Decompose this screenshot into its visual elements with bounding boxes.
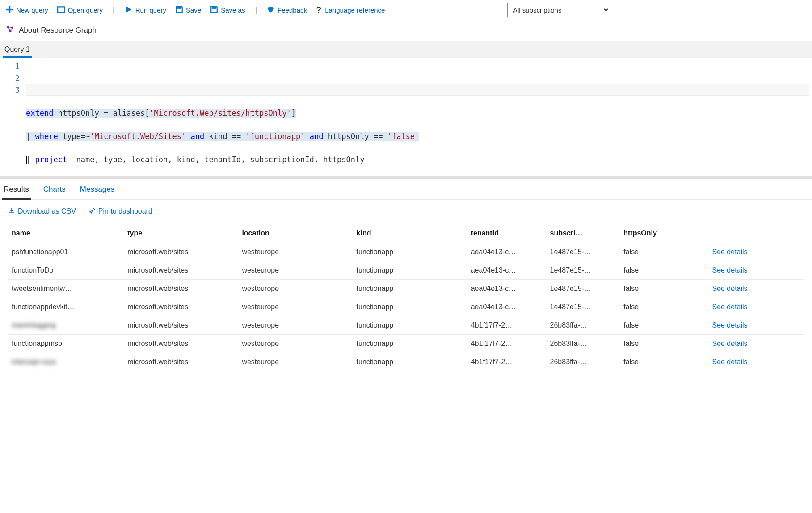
col-kind[interactable]: kind [353,224,467,243]
cell-type: microsoft.web/sites [124,243,238,261]
cell-details: See details [708,316,804,335]
open-query-label: Open query [68,6,103,14]
cell-httpsOnly: false [620,316,708,335]
query-tab-bar: Query 1 [0,41,812,58]
toolbar: New query Open query | Run query Save Sa… [0,0,812,20]
language-reference-group: ? Language reference [316,5,385,15]
language-reference-link[interactable]: Language reference [325,6,385,14]
see-details-link[interactable]: See details [712,248,747,256]
heart-icon [267,5,275,15]
run-query-label: Run query [135,6,166,14]
save-icon [175,5,183,15]
cell-name: intercept-voys [8,353,124,371]
svg-rect-4 [178,6,181,8]
cell-tenantId: 4b1f17f7-2… [467,316,547,335]
save-button[interactable]: Save [175,5,201,15]
cell-location: westeurope [238,335,353,353]
new-query-label: New query [16,6,48,14]
cell-tenantId: 4b1f17f7-2… [467,335,547,353]
cell-type: microsoft.web/sites [124,353,238,371]
svg-marker-3 [126,6,131,13]
cell-type: microsoft.web/sites [124,298,238,316]
svg-rect-2 [58,7,65,12]
col-subscriptionid[interactable]: subscri… [547,224,620,243]
cell-location: westeurope [238,298,353,316]
download-icon [8,207,15,216]
see-details-link[interactable]: See details [712,266,747,274]
subscription-select[interactable]: All subscriptions [507,3,610,17]
table-row: mavimloggingmicrosoft.web/siteswesteurop… [8,316,804,335]
cell-name: functionappmsp [8,335,124,353]
line-number: 3 [0,84,20,96]
col-name[interactable]: name [8,224,124,243]
about-bar: About Resource Graph [0,20,812,41]
cell-location: westeurope [238,261,353,280]
cell-details: See details [708,243,804,261]
cell-name: pshfunctionapp01 [8,243,124,261]
see-details-link[interactable]: See details [712,303,747,311]
separator: | [254,5,258,15]
col-httpsonly[interactable]: httpsOnly [620,224,708,243]
code-editor[interactable]: 1 2 3 extend httpsOnly = aliases['Micros… [0,58,812,176]
results-table: name type location kind tenantId subscri… [8,224,804,371]
resource-graph-icon [6,25,14,35]
line-number: 2 [0,72,20,84]
see-details-link[interactable]: See details [712,358,747,366]
cell-location: westeurope [238,316,353,335]
save-label: Save [186,6,201,14]
cell-type: microsoft.web/sites [124,335,238,353]
new-query-button[interactable]: New query [5,5,48,15]
cell-details: See details [708,261,804,280]
svg-rect-5 [213,6,216,8]
run-query-button[interactable]: Run query [125,5,166,15]
cell-kind: functionapp [353,280,467,298]
cell-details: See details [708,280,804,298]
save-as-button[interactable]: Save as [210,5,245,15]
save-as-label: Save as [221,6,245,14]
table-row: tweetsentimentw…microsoft.web/sitesweste… [8,280,804,298]
col-type[interactable]: type [124,224,238,243]
cell-httpsOnly: false [620,298,708,316]
separator: | [112,5,116,15]
open-query-button[interactable]: Open query [57,5,103,15]
line-number: 1 [0,61,20,72]
plus-icon [5,5,13,15]
cell-details: See details [708,298,804,316]
cell-name: functionToDo [8,261,124,280]
cell-name: tweetsentimentw… [8,280,124,298]
table-header-row: name type location kind tenantId subscri… [8,224,804,243]
about-label: About Resource Graph [19,26,97,35]
svg-rect-1 [6,8,13,10]
cell-kind: functionapp [353,261,467,280]
cell-subscriptionId: 26b83ffa-… [547,353,620,371]
subscription-dropdown[interactable]: All subscriptions [507,3,610,17]
cell-details: See details [708,335,804,353]
col-location[interactable]: location [238,224,353,243]
cell-location: westeurope [238,243,353,261]
cell-details: See details [708,353,804,371]
feedback-label: Feedback [278,6,307,14]
see-details-link[interactable]: See details [712,321,747,329]
cell-subscriptionId: 1e487e15-… [547,298,620,316]
line-gutter: 1 2 3 [0,58,26,176]
question-icon: ? [316,5,321,15]
see-details-link[interactable]: See details [712,340,747,347]
col-tenantid[interactable]: tenantId [467,224,547,243]
cell-subscriptionId: 1e487e15-… [547,243,620,261]
cell-subscriptionId: 1e487e15-… [547,261,620,280]
cell-name: mavimlogging [8,316,124,335]
cell-tenantId: aea04e13-c… [467,298,547,316]
cell-tenantId: aea04e13-c… [467,261,547,280]
cell-subscriptionId: 1e487e15-… [547,280,620,298]
folder-open-icon [57,5,65,15]
cell-location: westeurope [238,280,353,298]
cell-location: westeurope [238,353,353,371]
see-details-link[interactable]: See details [712,285,747,292]
table-row: intercept-voysmicrosoft.web/siteswesteur… [8,353,804,371]
cell-tenantId: 4b1f17f7-2… [467,353,547,371]
save-as-icon [210,5,218,15]
play-icon [125,5,133,15]
feedback-button[interactable]: Feedback [267,5,307,15]
tab-query-1[interactable]: Query 1 [3,43,32,58]
code-area[interactable]: extend httpsOnly = aliases['Microsoft.We… [26,58,812,176]
